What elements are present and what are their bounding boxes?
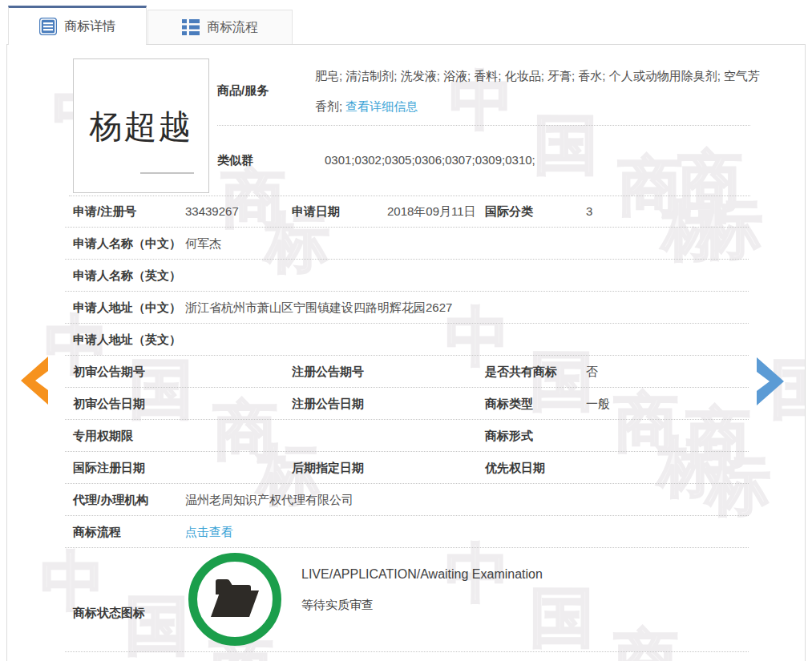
field-label: 商标流程 [73,516,121,547]
goods-services-value-line2-text: 香剂; [315,99,342,113]
field-label: 国际注册日期 [73,452,145,483]
field-label: 注册公告期号 [292,356,364,387]
similar-group-label: 类似群 [217,153,253,168]
status-label: 商标状态图标 [73,606,145,621]
field-label: 申请日期 [292,195,340,227]
previous-arrow-button[interactable] [13,353,51,411]
tab-label: 商标流程 [207,19,258,36]
field-value: 一般 [586,388,610,419]
field-label: 申请人名称（中文） [73,228,181,259]
field-label: 申请人地址（中文） [73,292,181,323]
trademark-details-page: 商标详情 商标流程 中国商标中国商标中国商标中国商标中国商标中国商标商标国商标 … [0,0,812,661]
separator-line [217,125,750,126]
field-value: 33439267 [185,195,239,227]
status-circle [188,553,281,646]
field-label: 专用权期限 [73,420,133,451]
field-label: 是否共有商标 [485,356,557,387]
field-label: 商标类型 [485,388,533,419]
trademark-image-text: 杨超越 [74,105,208,149]
field-label: 申请人地址（英文） [73,324,181,355]
goods-services-value-line2: 香剂; 查看详细信息 [315,99,418,115]
field-value: 浙江省杭州市萧山区宁围镇建设四路明辉花园2627 [185,292,452,323]
field-label: 优先权日期 [485,452,545,483]
tab-label: 商标详情 [64,18,115,35]
open-folder-icon [208,575,261,623]
goods-services-value-line1: 肥皂; 清洁制剂; 洗发液; 浴液; 香料; 化妆品; 牙膏; 香水; 个人或动… [315,69,760,84]
click-to-view-link[interactable]: 点击查看 [185,516,233,547]
row-applicant-address-cn: 申请人地址（中文） 浙江省杭州市萧山区宁围镇建设四路明辉花园2627 [65,292,749,324]
status-text-cn: 等待实质审查 [301,598,374,613]
row-trademark-process: 商标流程 点击查看 [65,516,749,548]
field-label: 注册公告日期 [292,388,364,419]
trademark-image-underline [140,172,194,174]
field-value: 2018年09月11日 [387,195,476,227]
field-label: 申请人名称（英文） [73,260,181,291]
row-application-number: 申请/注册号 33439267 申请日期 2018年09月11日 国际分类 3 [65,195,749,228]
row-trademark-status: 商标状态图标 LIVE/APPLICATION/Awaiting Examina… [65,548,749,652]
next-arrow-button[interactable] [753,354,792,412]
row-international-reg-date: 国际注册日期 后期指定日期 优先权日期 [65,452,749,484]
tab-trademark-process[interactable]: 商标流程 [147,10,293,44]
field-label: 国际分类 [485,195,533,227]
row-exclusive-right-period: 专用权期限 商标形式 [65,420,749,452]
list-icon [39,18,57,35]
row-applicant-name-en: 申请人名称（英文） [65,260,749,292]
field-value: 3 [586,195,592,227]
row-agent: 代理/办理机构 温州老周知识产权代理有限公司 [65,484,749,516]
row-applicant-name-cn: 申请人名称（中文） 何军杰 [65,228,749,260]
grid-icon [182,18,200,36]
field-label: 初审公告期号 [73,356,145,387]
field-label: 代理/办理机构 [73,484,148,515]
status-text-en: LIVE/APPLICATION/Awaiting Examination [301,567,543,582]
field-label: 后期指定日期 [292,452,364,483]
row-applicant-address-en: 申请人地址（英文） [65,324,749,356]
row-first-gazette-date: 初审公告日期 注册公告日期 商标类型 一般 [65,388,749,420]
field-label: 初审公告日期 [73,388,145,419]
field-value: 何军杰 [185,228,221,259]
details-panel: 中国商标中国商标中国商标中国商标中国商标中国商标商标国商标 杨超越 商品/服务 … [6,44,806,661]
tab-trademark-details[interactable]: 商标详情 [8,6,147,45]
goods-services-label: 商品/服务 [217,83,269,99]
field-value: 温州老周知识产权代理有限公司 [185,484,353,515]
field-value: 否 [586,356,598,387]
field-label: 商标形式 [485,420,533,451]
row-first-gazette-number: 初审公告期号 注册公告期号 是否共有商标 否 [65,356,749,388]
view-details-link[interactable]: 查看详细信息 [345,99,418,113]
field-label: 申请/注册号 [73,195,136,227]
similar-group-value: 0301;0302;0305;0306;0307;0309;0310; [325,153,535,167]
trademark-image: 杨超越 [73,58,209,193]
